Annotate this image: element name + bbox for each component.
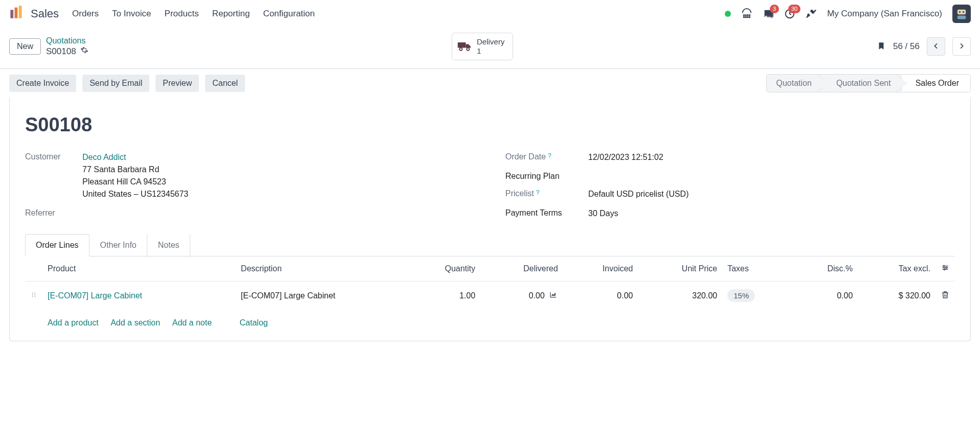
customer-addr1: 77 Santa Barbara Rd [82,165,159,174]
messages-icon[interactable]: 3 [763,8,774,19]
pager-next-button[interactable] [952,37,971,56]
bookmark-icon[interactable] [877,40,886,53]
preview-button[interactable]: Preview [155,75,199,92]
line-tax-excl: $ 320.00 [858,282,936,311]
menu-configuration[interactable]: Configuration [263,9,315,19]
svg-point-14 [959,11,961,12]
activities-icon[interactable]: 30 [784,8,795,19]
gear-icon[interactable] [80,46,88,57]
status-bar: Quotation Quotation Sent Sales Order [766,74,971,92]
svg-point-7 [744,16,745,17]
svg-rect-1 [15,7,18,18]
add-note-link[interactable]: Add a note [172,318,212,327]
tab-other-info[interactable]: Other Info [90,234,147,256]
svg-point-25 [32,294,33,295]
line-unit-price[interactable]: 320.00 [638,282,723,311]
line-disc[interactable]: 0.00 [792,282,858,311]
breadcrumb-current: S00108 [46,46,76,57]
chevron-left-icon [932,42,940,52]
tab-order-lines[interactable]: Order Lines [25,234,90,256]
drag-handle-icon[interactable] [25,282,42,311]
th-delivered: Delivered [480,256,563,282]
customer-addr2: Pleasant Hill CA 94523 [82,177,166,186]
th-quantity: Quantity [406,256,481,282]
th-unit-price: Unit Price [638,256,723,282]
svg-point-8 [745,16,746,17]
svg-point-9 [747,16,748,17]
delete-row-button[interactable] [936,282,955,311]
form-sheet: S00108 Customer Deco Addict 77 Santa Bar… [9,98,971,341]
table-row[interactable]: [E-COM07] Large Cabinet [E-COM07] Large … [25,282,955,311]
svg-point-15 [963,11,964,12]
th-invoiced: Invoiced [563,256,638,282]
truck-icon [457,40,472,54]
pager-prev-button[interactable] [927,37,945,56]
company-switcher[interactable]: My Company (San Francisco) [827,9,942,19]
order-lines-table: Product Description Quantity Delivered I… [25,256,955,336]
status-quotation[interactable]: Quotation [767,75,822,92]
send-email-button[interactable]: Send by Email [82,75,149,92]
line-taxes[interactable]: 15% [727,289,755,302]
svg-point-22 [944,269,945,270]
svg-rect-16 [957,15,966,19]
help-icon[interactable]: ? [536,189,540,196]
status-quotation-sent[interactable]: Quotation Sent [823,75,902,92]
tab-notes[interactable]: Notes [147,234,190,256]
voip-icon[interactable] [741,8,752,19]
line-delivered[interactable]: 0.00 [529,291,545,300]
tools-icon[interactable] [806,8,817,19]
pricelist-label: Pricelist? [505,188,587,198]
breadcrumb-parent[interactable]: Quotations [46,36,88,46]
menu-orders[interactable]: Orders [72,9,99,19]
referrer-label: Referrer [25,207,81,218]
svg-rect-0 [10,10,13,18]
payment-terms-value[interactable]: 30 Days [588,207,955,220]
svg-point-10 [749,16,750,17]
customer-link[interactable]: Deco Addict [82,153,126,161]
payment-terms-label: Payment Terms [505,207,587,218]
add-product-link[interactable]: Add a product [48,318,99,327]
svg-point-26 [34,294,35,295]
user-avatar[interactable] [952,5,971,23]
create-invoice-button[interactable]: Create Invoice [9,75,76,92]
menu-products[interactable]: Products [165,9,199,19]
svg-rect-2 [19,6,22,18]
chevron-right-icon [957,42,966,52]
column-options-button[interactable] [936,256,955,282]
app-brand[interactable]: Sales [9,5,59,22]
line-description[interactable]: [E-COM07] Large Cabinet [236,282,406,311]
delivery-stat-title: Delivery [477,37,504,46]
customer-label: Customer [25,151,81,161]
order-date-label: Order Date? [505,151,587,161]
svg-point-3 [744,14,745,15]
menu-to-invoice[interactable]: To Invoice [112,9,151,19]
order-date-value[interactable]: 12/02/2023 12:51:02 [588,151,955,163]
line-product[interactable]: [E-COM07] Large Cabinet [48,291,142,300]
delivery-stat-button[interactable]: Delivery 1 [452,33,513,60]
svg-point-24 [34,293,35,294]
cancel-button[interactable]: Cancel [205,75,245,92]
th-description: Description [236,256,406,282]
status-sales-order[interactable]: Sales Order [902,75,970,92]
control-bar: New Quotations S00108 Delivery 1 56 / [0,28,980,69]
recurring-plan-label: Recurring Plan [505,171,587,181]
forecast-icon[interactable] [549,291,558,300]
new-button[interactable]: New [9,38,41,55]
pricelist-value[interactable]: Default USD pricelist (USD) [588,188,955,200]
line-invoiced[interactable]: 0.00 [563,282,638,311]
add-section-link[interactable]: Add a section [110,318,160,327]
pager-count[interactable]: 56 / 56 [893,41,920,52]
top-nav-right: 3 30 My Company (San Francisco) [725,5,971,23]
messages-badge: 3 [770,5,779,13]
th-product: Product [42,256,236,282]
th-disc: Disc.% [792,256,858,282]
svg-point-20 [943,265,945,267]
svg-point-27 [32,296,33,297]
presence-indicator[interactable] [725,11,731,17]
customer-addr3: United States – US12345673 [82,190,188,198]
line-quantity[interactable]: 1.00 [406,282,481,311]
help-icon[interactable]: ? [548,152,551,159]
catalog-link[interactable]: Catalog [240,318,268,327]
menu-reporting[interactable]: Reporting [212,9,250,19]
svg-point-5 [747,14,748,15]
